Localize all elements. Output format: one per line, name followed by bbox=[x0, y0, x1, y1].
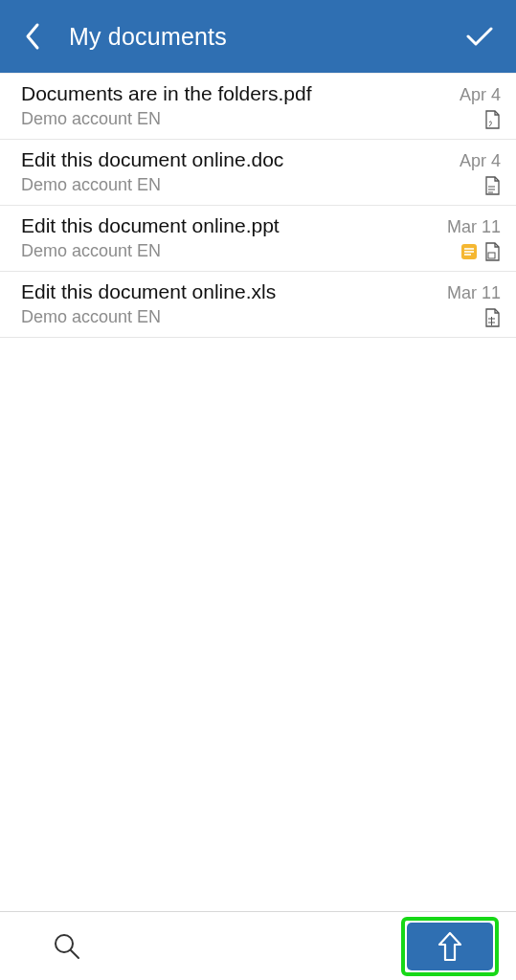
svg-line-12 bbox=[71, 950, 79, 958]
document-row[interactable]: Edit this document online.doc Apr 4 Demo… bbox=[0, 140, 516, 206]
document-title: Documents are in the folders.pdf bbox=[21, 82, 448, 105]
document-subtitle: Demo account EN bbox=[21, 175, 483, 195]
document-list[interactable]: Documents are in the folders.pdf Apr 4 D… bbox=[0, 73, 516, 911]
xls-file-icon bbox=[483, 308, 501, 327]
page-title: My documents bbox=[69, 23, 460, 51]
chevron-left-icon bbox=[24, 22, 41, 51]
document-subtitle: Demo account EN bbox=[21, 241, 460, 261]
document-row[interactable]: Documents are in the folders.pdf Apr 4 D… bbox=[0, 74, 516, 140]
note-tag-icon bbox=[460, 242, 478, 261]
confirm-button[interactable] bbox=[460, 17, 499, 56]
upload-highlight bbox=[401, 917, 499, 976]
app-screen: My documents Documents are in the folder… bbox=[0, 0, 516, 980]
ppt-file-icon bbox=[483, 242, 501, 261]
doc-file-icon bbox=[483, 176, 501, 195]
document-date: Apr 4 bbox=[460, 151, 501, 171]
document-row[interactable]: Edit this document online.ppt Mar 11 Dem… bbox=[0, 206, 516, 272]
document-date: Mar 11 bbox=[447, 217, 501, 237]
document-title: Edit this document online.doc bbox=[21, 148, 448, 171]
upload-button[interactable] bbox=[407, 923, 493, 970]
upload-arrow-icon bbox=[436, 930, 464, 963]
header-bar: My documents bbox=[0, 0, 516, 73]
document-subtitle: Demo account EN bbox=[21, 109, 483, 129]
document-title: Edit this document online.xls bbox=[21, 280, 436, 303]
pdf-file-icon bbox=[483, 110, 501, 129]
document-date: Apr 4 bbox=[460, 85, 501, 105]
document-title: Edit this document online.ppt bbox=[21, 214, 436, 237]
document-row[interactable]: Edit this document online.xls Mar 11 Dem… bbox=[0, 272, 516, 338]
search-icon bbox=[53, 932, 81, 961]
check-icon bbox=[465, 25, 494, 48]
document-subtitle: Demo account EN bbox=[21, 307, 483, 327]
bottom-bar bbox=[0, 911, 516, 980]
document-date: Mar 11 bbox=[447, 283, 501, 303]
back-button[interactable] bbox=[13, 17, 52, 56]
search-button[interactable] bbox=[44, 924, 90, 969]
